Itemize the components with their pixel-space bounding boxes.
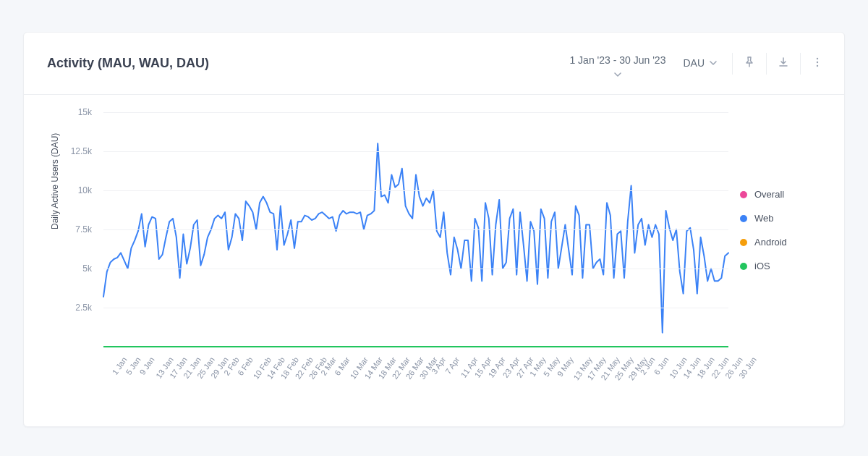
legend-item-overall[interactable]: Overall [740, 189, 827, 200]
more-button[interactable] [805, 51, 830, 76]
divider [766, 53, 767, 75]
x-tick: 1 Jan [110, 355, 128, 376]
y-tick: 15k [27, 107, 92, 117]
svg-point-2 [817, 65, 818, 67]
x-tick: 9 Jan [138, 355, 156, 376]
date-range-label: 1 Jan '23 - 30 Jun '23 [569, 54, 665, 66]
legend-label: Web [754, 213, 774, 224]
legend-dot [740, 263, 747, 270]
legend-dot [740, 215, 747, 222]
y-tick: 12.5k [27, 146, 92, 156]
divider [732, 53, 733, 75]
metric-select-label: DAU [683, 57, 705, 69]
date-range-picker[interactable]: 1 Jan '23 - 30 Jun '23 [562, 51, 673, 82]
chevron-down-icon [613, 70, 622, 79]
legend-dot [740, 191, 747, 198]
y-tick: 2.5k [27, 303, 92, 313]
legend-label: Overall [754, 189, 784, 200]
svg-point-1 [817, 62, 818, 63]
header-controls: 1 Jan '23 - 30 Jun '23 DAU [562, 33, 830, 82]
plot-region [103, 112, 728, 347]
pin-button[interactable] [737, 51, 762, 76]
download-icon [778, 56, 789, 71]
legend-item-web[interactable]: Web [740, 213, 827, 224]
pin-icon [744, 56, 755, 71]
y-tick: 7.5k [27, 224, 92, 235]
download-button[interactable] [771, 51, 796, 76]
legend-item-ios[interactable]: iOS [740, 261, 827, 271]
card-header: Activity (MAU, WAU, DAU) 1 Jan '23 - 30 … [24, 33, 844, 95]
legend-dot [740, 239, 747, 246]
more-vertical-icon [812, 56, 823, 71]
chevron-down-icon [709, 59, 718, 67]
svg-point-0 [817, 58, 818, 59]
legend-label: Android [754, 237, 787, 248]
y-axis: 2.5k5k7.5k10k12.5k15k [24, 112, 103, 347]
series-flat [103, 346, 728, 347]
y-tick: 5k [27, 263, 92, 274]
divider [800, 53, 801, 75]
card-title: Activity (MAU, WAU, DAU) [47, 33, 562, 71]
chart-area: Daily Active Users (DAU) 2.5k5k7.5k10k12… [24, 95, 844, 426]
activity-card: Activity (MAU, WAU, DAU) 1 Jan '23 - 30 … [23, 32, 845, 427]
legend-item-android[interactable]: Android [740, 237, 827, 248]
y-tick: 10k [27, 185, 92, 195]
legend-label: iOS [754, 261, 770, 271]
metric-select[interactable]: DAU [673, 51, 728, 75]
legend: Overall Web Android iOS [740, 189, 827, 271]
x-axis: 1 Jan5 Jan9 Jan13 Jan17 Jan21 Jan25 Jan2… [103, 350, 728, 415]
